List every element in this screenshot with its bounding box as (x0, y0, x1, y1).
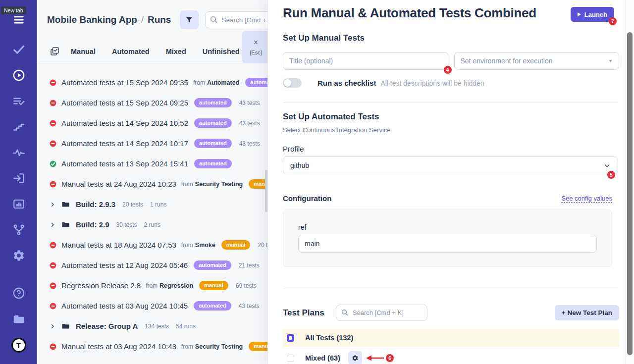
run-type-badge: automated (194, 139, 232, 148)
run-row[interactable]: Manual tests at 24 Aug 2024 10:23fromSec… (37, 174, 267, 194)
runs-play-icon[interactable] (12, 68, 26, 82)
tests-check-icon[interactable] (12, 43, 26, 56)
run-from-prefix: from (181, 242, 193, 249)
profile-value: github (290, 161, 603, 169)
import-icon[interactable] (12, 171, 26, 185)
run-tests-count: 69 tests (236, 282, 257, 289)
test-plan-row[interactable]: Mixed (63)6 (283, 349, 619, 364)
test-plan-row[interactable]: All Tests (132) (283, 329, 619, 347)
settings-gear-icon[interactable] (12, 249, 26, 262)
tab-automated[interactable]: Automated (112, 48, 150, 55)
run-from-prefix: from (181, 181, 193, 188)
chevron-right-icon[interactable] (50, 222, 55, 228)
window-scrollbar-thumb[interactable] (627, 32, 633, 355)
run-tests-count: 43 tests (239, 140, 260, 147)
run-type-badge: automated (194, 301, 231, 311)
ref-input[interactable] (298, 235, 597, 253)
status-failed-icon (50, 262, 56, 269)
run-as-checklist-toggle[interactable] (283, 78, 302, 88)
status-failed-icon (50, 282, 56, 289)
run-row[interactable]: Manual tests at 18 Aug 2024 07:53fromSmo… (37, 235, 267, 255)
run-title-input[interactable] (283, 52, 448, 70)
projects-folder-icon[interactable] (12, 312, 26, 326)
run-row[interactable]: Automated tests at 12 Aug 2024 05:46auto… (37, 255, 267, 275)
folder-title: Build: 2.9.3 (76, 200, 115, 208)
search-icon (341, 309, 349, 316)
folder-row[interactable]: Build: 2.9.320 tests1 runs (37, 194, 267, 214)
plan-label: All Tests (132) (305, 334, 353, 342)
breadcrumb-page: Runs (148, 14, 171, 25)
tab-manual[interactable]: Manual (71, 48, 96, 55)
run-row[interactable]: Automated tests at 13 Sep 2024 15:41auto… (37, 154, 267, 174)
run-type-badge: manual (221, 240, 251, 250)
test-plans-search (336, 305, 427, 321)
new-tab-tooltip: New tab (1, 6, 26, 14)
ref-label: ref (298, 223, 597, 231)
run-row[interactable]: Regression Release 2.8fromRegressionmanu… (37, 275, 267, 296)
testomat-logo-letter: T (11, 338, 26, 353)
close-panel-button[interactable]: × [Esc] (242, 31, 267, 63)
breadcrumb-project[interactable]: Mobile Banking App (47, 14, 137, 25)
profile-field: github 5 (283, 156, 618, 174)
environment-select[interactable]: Set environment for execution ▼ (454, 52, 620, 70)
folder-row[interactable]: Release: Group A134 tests54 runs (37, 316, 267, 336)
launch-button-label: Launch (584, 11, 607, 18)
annotation-arrow (365, 355, 385, 362)
analytics-pulse-icon[interactable] (12, 146, 26, 159)
checklist-label: Run as checklist (317, 79, 376, 87)
plan-settings-button[interactable] (348, 351, 362, 364)
window-scrollbar[interactable] (625, 0, 634, 364)
breadcrumb-separator: / (141, 15, 144, 25)
run-row[interactable]: Automated tests at 14 Sep 2024 10:17auto… (37, 133, 267, 154)
play-icon (578, 12, 581, 16)
checked-box-icon[interactable] (50, 46, 60, 56)
status-failed-icon (50, 140, 56, 147)
plan-checkbox-unchecked[interactable] (287, 355, 294, 362)
run-source-name: Security Testing (195, 181, 243, 188)
run-title: Manual tests at 03 Aug 2024 10:43 (61, 342, 176, 351)
plan-checkbox-checked[interactable] (287, 334, 294, 342)
status-failed-icon (50, 242, 56, 249)
runs-list: Automated tests at 15 Sep 2024 09:35from… (37, 63, 267, 357)
testomat-logo[interactable]: T (10, 337, 27, 354)
run-title: Regression Release 2.8 (61, 281, 141, 290)
branches-icon[interactable] (12, 223, 26, 237)
status-failed-icon (50, 181, 56, 188)
reports-chart-icon[interactable] (12, 197, 26, 211)
configuration-label: Configuration (283, 194, 331, 203)
steps-icon[interactable] (12, 120, 26, 134)
run-row[interactable]: Automated tests at 15 Sep 2024 09:35from… (37, 72, 267, 93)
run-tests-count: 43 tests (239, 120, 260, 127)
tab-mixed[interactable]: Mixed (166, 48, 186, 55)
launch-button[interactable]: Launch 7 (571, 7, 614, 22)
annotation-badge-7: 7 (609, 17, 617, 25)
run-type-badge: automated (245, 78, 267, 87)
search-icon (210, 15, 218, 24)
caret-down-icon: ▼ (608, 58, 613, 63)
profile-select[interactable]: github (283, 156, 618, 174)
help-icon[interactable] (12, 286, 26, 300)
test-plans-icon[interactable] (12, 94, 26, 108)
test-plans-search-input[interactable] (336, 305, 427, 321)
run-row[interactable]: Manual tests at 03 Aug 2024 10:43fromSec… (37, 336, 267, 357)
run-row[interactable]: Automated tests at 03 Aug 2024 10:45auto… (37, 296, 267, 316)
run-type-badge: automated (194, 260, 231, 270)
run-source-name: Regression (159, 282, 193, 289)
new-test-plan-button[interactable]: + New Test Plan (555, 305, 619, 320)
run-row[interactable]: Automated tests at 15 Sep 2024 09:25auto… (37, 93, 267, 113)
tab-unfinished[interactable]: Unfinished (203, 48, 240, 55)
menu-icon[interactable] (12, 13, 26, 27)
chevron-right-icon[interactable] (50, 202, 55, 208)
environment-field: Set environment for execution ▼ (454, 52, 620, 70)
folder-row[interactable]: Build: 2.930 tests2 runs (37, 214, 267, 235)
filter-button[interactable] (180, 10, 199, 29)
run-type-badge: automated (194, 98, 232, 107)
panel-title: Run Manual & Automated Tests Combined (283, 5, 571, 21)
chevron-right-icon[interactable] (50, 323, 55, 329)
folder-runs-count: 2 runs (144, 221, 160, 228)
folder-runs-count: 1 runs (150, 201, 166, 208)
see-config-values-link[interactable]: See config values (561, 195, 612, 203)
run-row[interactable]: Automated tests at 14 Sep 2024 10:52auto… (37, 113, 267, 133)
test-plan-list: All Tests (132)Mixed (63)6 (283, 329, 619, 364)
annotation-badge-6: 6 (386, 354, 394, 362)
